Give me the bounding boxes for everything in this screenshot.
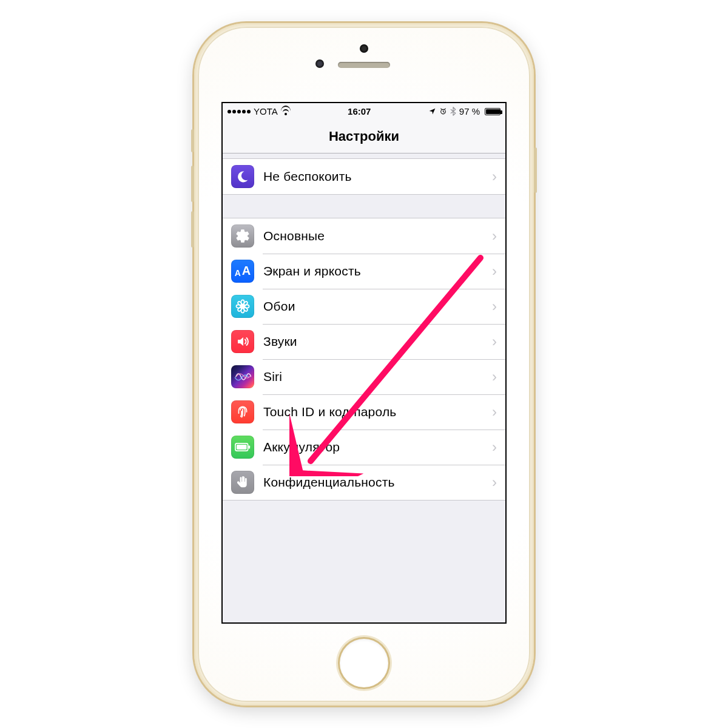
settings-row-dnd[interactable]: Не беспокоить› [223,159,505,194]
settings-row-label: Touch ID и код-пароль [263,405,492,419]
proximity-sensor [315,59,324,68]
settings-list[interactable]: Не беспокоить›Основные›AAЭкран и яркость… [223,153,505,500]
settings-row-sound[interactable]: Звуки› [223,324,505,359]
svg-rect-11 [237,445,246,450]
chevron-right-icon: › [492,168,497,185]
wifi-icon [281,108,291,115]
chevron-right-icon: › [492,228,497,244]
settings-group: Не беспокоить› [223,158,505,195]
phone-frame: YOTA 16:07 97 % Настрой [194,23,534,706]
fingerprint-icon [231,400,254,423]
settings-row-label: Не беспокоить [263,169,492,184]
chevron-right-icon: › [492,263,497,280]
text-size-icon: AA [231,260,254,283]
moon-icon [231,165,254,188]
chevron-right-icon: › [492,333,497,350]
settings-row-label: Экран и яркость [263,264,492,278]
settings-row-siri[interactable]: Siri› [223,359,505,394]
settings-row-label: Siri [263,369,492,384]
status-bar: YOTA 16:07 97 % [223,103,505,120]
carrier-label: YOTA [254,106,278,116]
settings-group: Основные›AAЭкран и яркость›Обои›Звуки›Si… [223,218,505,500]
settings-row-privacy[interactable]: Конфиденциальность› [223,465,505,500]
hand-icon [231,471,254,494]
earpiece-speaker [338,62,390,68]
chevron-right-icon: › [492,439,497,456]
chevron-right-icon: › [492,298,497,315]
flower-icon [231,295,254,318]
battery-percent: 97 % [459,106,480,116]
settings-row-label: Конфиденциальность [263,475,492,490]
speaker-icon [231,330,254,353]
battery-icon [483,108,500,115]
settings-row-display[interactable]: AAЭкран и яркость› [223,254,505,289]
svg-rect-12 [249,445,251,448]
siri-icon [231,365,254,388]
alarm-icon [439,107,447,115]
settings-row-wall[interactable]: Обои› [223,289,505,324]
power-button [534,147,537,193]
page-title: Настройки [329,129,399,144]
mute-switch [191,129,194,152]
nav-bar: Настройки [223,120,505,153]
chevron-right-icon: › [492,403,497,420]
home-button[interactable] [340,639,388,687]
settings-row-label: Основные [263,229,492,243]
front-camera [360,44,368,53]
chevron-right-icon: › [492,368,497,385]
bluetooth-icon [450,107,456,116]
location-icon [428,107,436,115]
svg-point-1 [241,305,244,308]
settings-row-general[interactable]: Основные› [223,218,505,254]
settings-row-label: Обои [263,299,492,314]
chevron-right-icon: › [492,474,497,491]
settings-row-touch[interactable]: Touch ID и код-пароль› [223,394,505,430]
battery-icon [231,436,254,459]
gear-icon [231,224,254,248]
settings-row-label: Звуки [263,334,492,349]
settings-row-battery[interactable]: Аккумулятор› [223,430,505,465]
clock: 16:07 [348,106,371,116]
signal-strength-icon [228,110,251,113]
volume-up-button [191,166,194,202]
volume-down-button [191,211,194,248]
settings-row-label: Аккумулятор [263,440,492,454]
screen: YOTA 16:07 97 % Настрой [221,102,507,624]
